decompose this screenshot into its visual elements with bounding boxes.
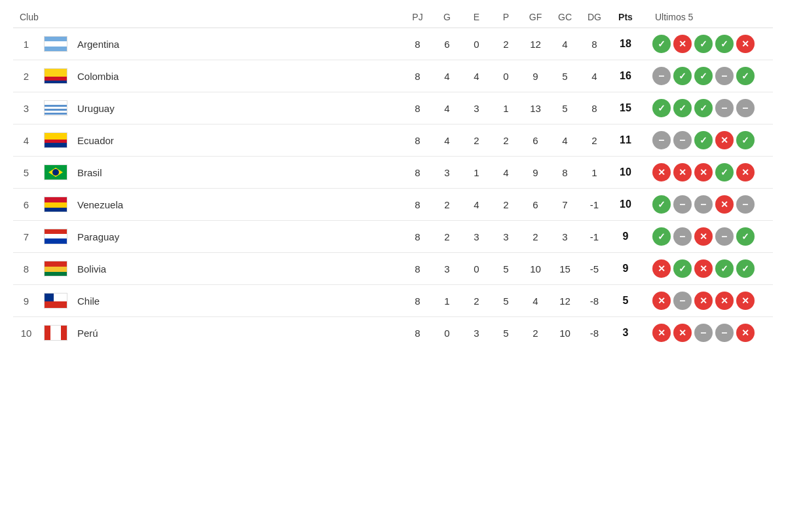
dashmark-icon bbox=[722, 102, 728, 114]
team-name: Chile bbox=[72, 285, 403, 317]
dashmark-icon bbox=[680, 199, 686, 210]
rank-cell: 5 bbox=[13, 157, 39, 189]
loss-icon bbox=[694, 259, 713, 278]
pj-cell: 8 bbox=[403, 285, 432, 317]
loss-icon bbox=[715, 195, 734, 214]
loss-icon bbox=[736, 35, 755, 53]
p-cell: 5 bbox=[491, 285, 521, 317]
table-row: 6Venezuela824267-110 bbox=[13, 189, 773, 221]
g-cell: 4 bbox=[432, 60, 462, 92]
gf-cell: 4 bbox=[521, 285, 550, 317]
table-row: 4Ecuador842264211 bbox=[13, 124, 773, 157]
table-row: 1Argentina8602124818 bbox=[13, 28, 773, 60]
loss-icon bbox=[694, 227, 713, 246]
pj-cell: 8 bbox=[403, 221, 432, 253]
e-cell: 1 bbox=[462, 157, 491, 189]
win-icon bbox=[694, 35, 713, 53]
pts-cell: 15 bbox=[609, 92, 642, 124]
dg-cell: 4 bbox=[580, 60, 609, 92]
results-cell bbox=[642, 317, 773, 349]
xmark-icon bbox=[658, 328, 665, 338]
draw-icon bbox=[673, 292, 692, 310]
p-cell: 5 bbox=[491, 253, 521, 285]
e-cell: 3 bbox=[462, 317, 491, 349]
rank-cell: 8 bbox=[13, 253, 39, 285]
xmark-icon bbox=[720, 135, 728, 145]
loss-icon bbox=[652, 259, 671, 278]
p-cell: 0 bbox=[491, 60, 521, 92]
g-cell: 3 bbox=[432, 157, 462, 189]
loss-icon bbox=[715, 292, 734, 310]
xmark-icon bbox=[700, 231, 707, 242]
checkmark-icon bbox=[720, 167, 728, 178]
pts-cell: 10 bbox=[609, 157, 642, 189]
results-cell bbox=[642, 28, 773, 60]
p-header: P bbox=[491, 7, 521, 28]
win-icon bbox=[736, 227, 755, 246]
dg-header: DG bbox=[580, 7, 609, 28]
checkmark-icon bbox=[741, 231, 749, 242]
team-name: Argentina bbox=[72, 28, 403, 60]
results-cell bbox=[642, 157, 773, 189]
dashmark-icon bbox=[743, 199, 749, 210]
checkmark-icon bbox=[741, 135, 749, 145]
gf-cell: 9 bbox=[521, 157, 550, 189]
win-icon bbox=[673, 259, 692, 278]
loss-icon bbox=[652, 324, 671, 342]
team-name: Colombia bbox=[72, 60, 403, 92]
dg-cell: 8 bbox=[580, 28, 609, 60]
bra-flag bbox=[44, 164, 67, 180]
e-cell: 4 bbox=[462, 189, 491, 221]
g-header: G bbox=[432, 7, 462, 28]
pts-cell: 5 bbox=[609, 285, 642, 317]
gf-cell: 13 bbox=[521, 92, 550, 124]
flag-cell bbox=[39, 157, 72, 189]
win-icon bbox=[694, 67, 713, 85]
flag-cell bbox=[39, 317, 72, 349]
gc-cell: 3 bbox=[550, 221, 580, 253]
p-cell: 1 bbox=[491, 92, 521, 124]
table-row: 3Uruguay8431135815 bbox=[13, 92, 773, 124]
col-flag bbox=[44, 68, 67, 84]
flag-cell bbox=[39, 92, 72, 124]
win-icon bbox=[652, 227, 671, 246]
flag-cell bbox=[39, 28, 72, 60]
pts-cell: 9 bbox=[609, 221, 642, 253]
team-name: Venezuela bbox=[72, 189, 403, 221]
loss-icon bbox=[652, 163, 671, 181]
xmark-icon bbox=[720, 199, 728, 210]
xmark-icon bbox=[700, 295, 707, 306]
standings-table-container: Club PJ G E P GF GC DG Pts Ultimos 5 1Ar… bbox=[0, 0, 786, 362]
ecu-flag bbox=[44, 132, 67, 148]
rank-cell: 10 bbox=[13, 317, 39, 349]
standings-table: Club PJ G E P GF GC DG Pts Ultimos 5 1Ar… bbox=[13, 7, 773, 349]
xmark-icon bbox=[741, 328, 749, 338]
par-flag bbox=[44, 229, 67, 244]
checkmark-icon bbox=[741, 71, 749, 81]
ven-flag bbox=[44, 197, 67, 212]
draw-icon bbox=[652, 67, 671, 85]
results-cell bbox=[642, 92, 773, 124]
pj-header: PJ bbox=[403, 7, 432, 28]
checkmark-icon bbox=[720, 263, 728, 274]
p-cell: 4 bbox=[491, 157, 521, 189]
gc-cell: 5 bbox=[550, 92, 580, 124]
e-cell: 2 bbox=[462, 124, 491, 157]
results-cell bbox=[642, 124, 773, 157]
xmark-icon bbox=[658, 295, 665, 306]
arg-flag bbox=[44, 36, 67, 52]
dashmark-icon bbox=[659, 134, 665, 146]
table-row: 10Perú8035210-83 bbox=[13, 317, 773, 349]
checkmark-icon bbox=[720, 39, 728, 49]
pts-cell: 10 bbox=[609, 189, 642, 221]
draw-icon bbox=[673, 131, 692, 149]
xmark-icon bbox=[679, 167, 686, 178]
flag-cell bbox=[39, 285, 72, 317]
loss-icon bbox=[736, 163, 755, 181]
pj-cell: 8 bbox=[403, 189, 432, 221]
rank-cell: 6 bbox=[13, 189, 39, 221]
g-cell: 1 bbox=[432, 285, 462, 317]
pj-cell: 8 bbox=[403, 253, 432, 285]
e-cell: 3 bbox=[462, 221, 491, 253]
gc-cell: 4 bbox=[550, 124, 580, 157]
